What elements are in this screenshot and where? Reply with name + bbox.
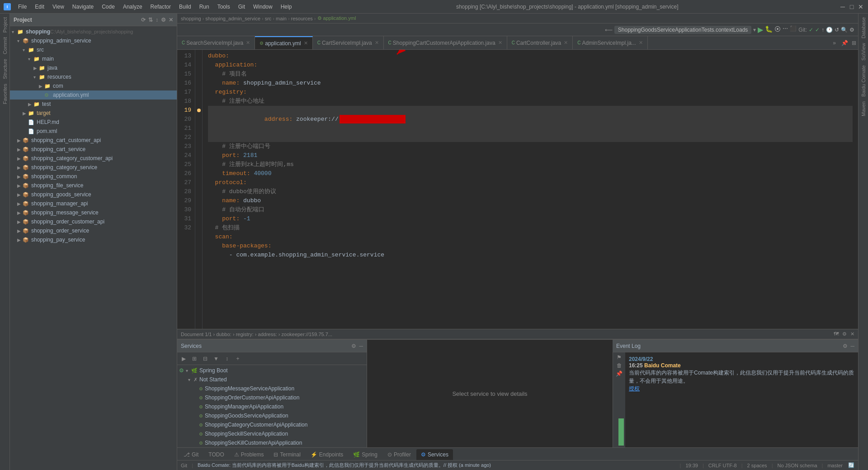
tree-item-order-customer-api[interactable]: ▶ 📦 shopping_order_customer_api — [10, 217, 177, 226]
filter-icon[interactable]: ▼ — [212, 354, 221, 363]
pin-icon[interactable]: 📌 — [840, 40, 850, 46]
code-content[interactable]: dubbo: application: # 项目名 name: shopping… — [203, 50, 858, 329]
tab-cart-controller[interactable]: C CartController.java ✕ — [507, 36, 573, 50]
menu-analyze[interactable]: Analyze — [119, 3, 146, 11]
tab-shopping-cart-customer-api[interactable]: C ShoppingCartCustomerApiApplication.jav… — [384, 36, 507, 50]
breadcrumb-resources[interactable]: resources — [291, 16, 313, 21]
run-config-dropdown[interactable]: ShoppingGoodsServiceApplicationTests.con… — [614, 26, 752, 34]
tab-git[interactable]: ⎇ Git — [179, 449, 203, 460]
spring-boot-group[interactable]: ⚙ ▾ 🌿 Spring Boot — [177, 366, 367, 375]
menu-view[interactable]: View — [49, 3, 68, 11]
close-status-icon[interactable]: ✕ — [850, 331, 854, 337]
git-arrow-icon[interactable]: ↑ — [821, 27, 824, 33]
tab-close-controller[interactable]: ✕ — [564, 40, 568, 46]
tree-item-main[interactable]: ▾ 📁 main — [10, 54, 177, 63]
tab-cart-service-impl[interactable]: C CartServiceImpl.java ✕ — [313, 36, 384, 50]
commit-tab-icon[interactable]: Commit — [1, 35, 9, 56]
sort-icon[interactable]: ↕ — [222, 354, 231, 363]
tab-spring[interactable]: 🌿 Spring — [349, 449, 382, 460]
tab-application-yml[interactable]: ⚙ application.yml ✕ — [255, 36, 312, 50]
tabs-overflow[interactable]: » — [829, 40, 840, 46]
tab-close-cart-api[interactable]: ✕ — [498, 40, 502, 46]
tree-item-category-customer-api[interactable]: ▶ 📦 shopping_category_customer_api — [10, 154, 177, 163]
path-icon[interactable]: 🗺 — [834, 331, 839, 337]
tree-item-help-md[interactable]: 📄 HELP.md — [10, 118, 177, 127]
menu-build[interactable]: Build — [175, 3, 195, 11]
log-delete-icon[interactable]: 🗑 — [617, 362, 622, 369]
service-goods[interactable]: ⚙ ShoppingGoodsServiceApplication — [177, 411, 367, 420]
log-link[interactable]: 授权 — [629, 385, 640, 392]
git-clock-icon[interactable]: 🕐 — [826, 27, 833, 33]
breadcrumb-shopping[interactable]: shopping — [181, 16, 201, 21]
tree-item-shopping[interactable]: ▾ 📁 shopping C:\Alyl_bishe\shop_projects… — [10, 27, 177, 36]
git-revert-icon[interactable]: ↺ — [835, 27, 839, 33]
tab-problems[interactable]: ⚠ Problems — [230, 449, 269, 460]
tree-item-target[interactable]: ▶ 📁 target — [10, 109, 177, 118]
settings-panel-icon[interactable]: ⚙ — [351, 343, 356, 349]
minimize-button[interactable]: ─ — [839, 3, 846, 10]
tree-item-java[interactable]: ▶ 📁 java — [10, 63, 177, 72]
tree-item-com[interactable]: ▶ 📁 com — [10, 81, 177, 90]
baidu-comate-tab[interactable]: Baidu Comate — [860, 63, 867, 99]
service-seckill-customer[interactable]: ⚙ ShoppingSecKillCustomerApiApplication — [177, 438, 367, 447]
minimize-log-icon[interactable]: ─ — [850, 343, 854, 349]
menu-code[interactable]: Code — [98, 3, 118, 11]
not-started-group[interactable]: ▾ ✗ Not Started — [177, 375, 367, 384]
tab-endpoints[interactable]: ⚡ Endpoints — [306, 449, 348, 460]
tree-item-application-yml[interactable]: ⚙ application.yml — [10, 90, 177, 100]
service-order-customer[interactable]: ⚙ ShoppingOrderCustomerApiApplication — [177, 393, 367, 402]
sciview-tab[interactable]: SciView — [860, 41, 867, 62]
stop-button[interactable]: ⬛ — [790, 25, 797, 34]
menu-run[interactable]: Run — [196, 3, 213, 11]
coverage-button[interactable]: ⦿ — [774, 25, 781, 34]
collapse-icon[interactable]: ⊟ — [201, 354, 210, 363]
close-button[interactable]: ✕ — [857, 3, 864, 10]
close-icon[interactable]: ✕ — [169, 17, 173, 23]
debug-button[interactable]: 🐛 — [765, 25, 773, 34]
tab-profiler[interactable]: ⊙ Profiler — [383, 449, 415, 460]
layout-icon[interactable]: ⊞ — [190, 354, 199, 363]
tab-close-admin[interactable]: ✕ — [639, 40, 643, 46]
tree-item-pay-service[interactable]: ▶ 📦 shopping_pay_service — [10, 235, 177, 244]
log-pin-icon[interactable]: 📌 — [616, 370, 623, 377]
more-run-icon[interactable]: ⋯ — [783, 25, 788, 34]
branch-status[interactable]: master — [827, 463, 843, 468]
git-check-icon[interactable]: ✓ — [809, 27, 813, 33]
tab-admin-service-impl[interactable]: C AdminServiceImpl.ja... ✕ — [573, 36, 648, 50]
tree-item-cart-customer-api[interactable]: ▶ 📦 shopping_cart_customer_api — [10, 136, 177, 145]
run-all-icon[interactable]: ▶ — [179, 354, 188, 363]
run-config-expand-icon[interactable]: ▾ — [753, 27, 756, 33]
tab-close-search[interactable]: ✕ — [246, 40, 250, 46]
service-manager-api[interactable]: ⚙ ShoppingManagerApiApplication — [177, 402, 367, 411]
settings-log-icon[interactable]: ⚙ — [843, 343, 848, 349]
tree-item-pom-xml[interactable]: 📄 pom.xml — [10, 127, 177, 136]
tab-close-cart[interactable]: ✕ — [375, 40, 379, 46]
search-icon[interactable]: 🔍 — [841, 27, 848, 33]
menu-tools[interactable]: Tools — [214, 3, 234, 11]
code-editor[interactable]: 1314151617 1819202122 2324252627 2829303… — [177, 50, 858, 329]
breadcrumb-main[interactable]: main — [276, 16, 287, 21]
service-message[interactable]: ⚙ ShoppingMessageServiceApplication — [177, 384, 367, 393]
structure-tab-icon[interactable]: Structure — [1, 57, 9, 81]
sync-icon[interactable]: ⟳ — [141, 17, 146, 23]
tree-item-test[interactable]: ▶ 📁 test — [10, 100, 177, 109]
config-icon[interactable]: ⚙ — [842, 331, 847, 337]
tab-services[interactable]: ⚙ Services — [416, 449, 453, 460]
minimize-panel-icon[interactable]: ─ — [359, 343, 363, 349]
tree-item-message-service[interactable]: ▶ 📦 shopping_message_service — [10, 208, 177, 217]
breadcrumb-yml[interactable]: ⚙ application.yml — [317, 15, 356, 21]
tree-item-src[interactable]: ▾ 📁 src — [10, 45, 177, 54]
project-tab-icon[interactable]: Project — [1, 15, 9, 34]
menu-refactor[interactable]: Refactor — [147, 3, 175, 11]
database-tab[interactable]: Database — [860, 15, 867, 40]
expand-all-icon[interactable]: ⇅ — [148, 17, 153, 23]
tab-todo[interactable]: TODO — [204, 449, 228, 460]
tree-item-goods-service[interactable]: ▶ 📦 shopping_goods_service — [10, 190, 177, 199]
service-category-customer[interactable]: ⚙ ShoppingCategoryCustomerApiApplication — [177, 420, 367, 429]
tab-terminal[interactable]: ⊟ Terminal — [269, 449, 305, 460]
collapse-all-icon[interactable]: ↕ — [156, 17, 158, 23]
tab-search-service-impl[interactable]: C SearchServiceImpl.java ✕ — [177, 36, 255, 50]
favorites-tab-icon[interactable]: Favorites — [1, 82, 9, 106]
add-service-icon[interactable]: + — [233, 354, 242, 363]
tree-item-category-service[interactable]: ▶ 📦 shopping_category_service — [10, 163, 177, 172]
